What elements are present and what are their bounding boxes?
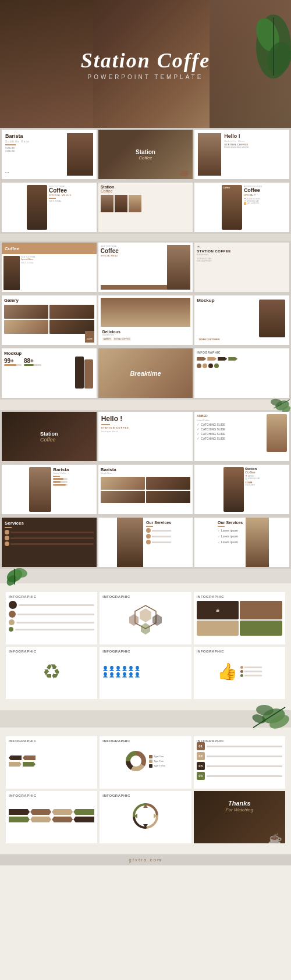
arrows-container [197, 356, 287, 368]
arrow1 [197, 356, 206, 362]
barista3-photo4 [146, 491, 190, 504]
hero-title-block: Station Coffe POWERPOINT TEMPLATE [81, 48, 210, 80]
coffee-special-text: S&B TUTORIAL Coffee SPECIAL MENUS S&B TU… [49, 185, 72, 230]
legend-color-3 [149, 764, 152, 768]
infographic-title-6: INFOGRAPHIC [197, 650, 282, 653]
station-stat-img [223, 467, 244, 512]
infographic-title-5: INFOGRAPHIC [102, 650, 188, 653]
amber-layout: AMBER Initial Coffee ✓CATCHING SLIDE ✓CA… [197, 414, 287, 452]
coffee-special-content: S&B TUTORIAL Coffee SPECIAL MENUS S&B TU… [27, 185, 72, 230]
delicious-sub: Subtitle Here [102, 334, 189, 336]
stat2-block: 88+ [24, 358, 41, 366]
person-6: 👤 [134, 666, 140, 671]
coffee-cup-icon [180, 170, 188, 176]
infographic-title-4: INFOGRAPHIC [9, 650, 94, 653]
delicious-tag1: AMBER [102, 337, 112, 341]
s3-check-text-3: Lorem ipsum [221, 540, 238, 544]
thumbs-bar-row-2 [240, 670, 262, 673]
delicious-img [101, 298, 191, 327]
stat1-bar-fill [4, 364, 16, 366]
s2-bar-2 [152, 536, 171, 537]
num-bar-4 [207, 775, 282, 777]
thumbs-icon: 👍 [217, 662, 237, 681]
infographic-card-hexagon: INFOGRAPHIC [100, 592, 191, 644]
coffee-addr-wifi: 📶 WIFI SUPPORT [244, 202, 262, 205]
hex-display [102, 601, 188, 636]
stat1-bar-bg [4, 364, 22, 366]
person-11: 👤 [128, 672, 134, 678]
barista2-text: Barista Station Coffee [53, 467, 69, 512]
mockup2-content: Mockup 99+ 88+ [4, 351, 94, 395]
s2-icon-3 [146, 540, 151, 544]
person-9: 👤 [115, 672, 121, 678]
arrow-left-2 [23, 756, 36, 760]
slide-gallery: Galery 212M [2, 295, 97, 345]
coffee-addr-title: Coffee [244, 188, 262, 194]
check-icon-2: ✓ [197, 427, 200, 431]
slide-hello2: Hello ! STATION COFFEE Lorem ipsum dolor… [98, 412, 193, 461]
donut-legend: Type One Type Two Type Three [149, 755, 165, 768]
hello-body: Lorem ipsum dolor sit amet [224, 146, 286, 148]
circles-content [9, 601, 94, 632]
slide-row-3: Coffee S&B TUTORIAL Special Menu S&B TUT… [0, 241, 291, 294]
person-12: 👤 [134, 672, 140, 678]
gallery-img3 [4, 320, 48, 334]
section-ivy-1 [0, 400, 291, 410]
mockup2-title: Mockup [4, 351, 94, 356]
mockup-stat: 1224M CUSTOMER [198, 338, 219, 341]
slide-delicious: Delicious Subtitle Here AMBER INITIAL CO… [98, 295, 193, 345]
hello2-title: Hello ! [101, 415, 190, 423]
s3-check-icon-2: ✓ [218, 534, 220, 538]
services1-title: Services [5, 521, 94, 526]
phone2 [84, 359, 93, 389]
coffee-special-img [27, 185, 47, 230]
svg-marker-16 [141, 623, 150, 635]
arrow4 [228, 356, 237, 362]
infographic-card-circular: INFOGRAPHIC [100, 791, 191, 843]
legend-1: Type One [149, 755, 165, 758]
people-row-1: 👤 👤 👤 👤 👤 👤 [102, 666, 188, 671]
footer: gfxtra.com [0, 854, 291, 865]
slide-coffee-special: S&B TUTORIAL Coffee SPECIAL MENUS S&B TU… [2, 183, 97, 232]
infographic-section-bottom: INFOGRAPHIC INFOGRAPHIC [0, 728, 291, 854]
coffee-a-content: Coffee S&B TUTORIAL Special Menu S&B TUT… [2, 243, 97, 292]
delicious-tag2: INITIAL COFFEE [113, 337, 131, 341]
barista2-sub: Station Coffee [53, 472, 69, 475]
person-4: 👤 [122, 666, 127, 671]
timeline-arrow-3 [52, 809, 73, 815]
circle-row-4 [9, 627, 94, 632]
station-logo-title: STATION COFFEE [197, 250, 287, 253]
num-row-4: 04 [197, 772, 282, 780]
check-icon-4: ✓ [197, 436, 200, 440]
bottom-infographic-title-5: INFOGRAPHIC [102, 794, 188, 797]
s2-item-1 [146, 528, 171, 533]
services3-img [246, 518, 269, 567]
coffee-a-stat: S&B TUTORIAL [21, 262, 36, 264]
station-stat-content: Station Coffee 📍 AMBER 🕐 WORKING DAY 122… [223, 467, 260, 512]
station-title: Station [136, 149, 155, 155]
thanks-coffee-cup: ☕ [268, 832, 282, 843]
gallery-stat-text: 212M [87, 337, 93, 340]
legend-color-1 [149, 755, 152, 758]
station-text: Station Coffee [136, 149, 155, 161]
slide-barista2: Barista Station Coffee [2, 465, 97, 514]
timeline-content [9, 800, 94, 832]
service-item-2 [5, 536, 94, 540]
thumbs-dot-1 [240, 666, 243, 669]
arrows-lr-row-2 [9, 762, 94, 767]
thumbs-bar-row-3 [240, 674, 262, 677]
mockup-img [259, 300, 285, 337]
infographic-card-timeline: INFOGRAPHIC [6, 791, 97, 843]
check-2: ✓CATCHING SLIDE [197, 427, 225, 431]
bottom-infographic-title-4: INFOGRAPHIC [9, 794, 94, 797]
circle-olive-1 [9, 627, 13, 632]
hero-leaf-icon [250, 12, 291, 81]
infographic-card-circles: INFOGRAPHIC [6, 592, 97, 644]
thumbs-content: 👍 [197, 655, 282, 687]
services2-layout: Our Services [117, 518, 174, 567]
check-icon-1: ✓ [197, 422, 200, 426]
infographic-card-thumbs: INFOGRAPHIC 👍 [194, 647, 285, 699]
hello-sub: Subtitle Here [224, 140, 286, 142]
box-brown [240, 601, 282, 619]
slide-coffee-b: S&B TUTORIAL Coffee SPECIAL MENU [98, 243, 193, 292]
